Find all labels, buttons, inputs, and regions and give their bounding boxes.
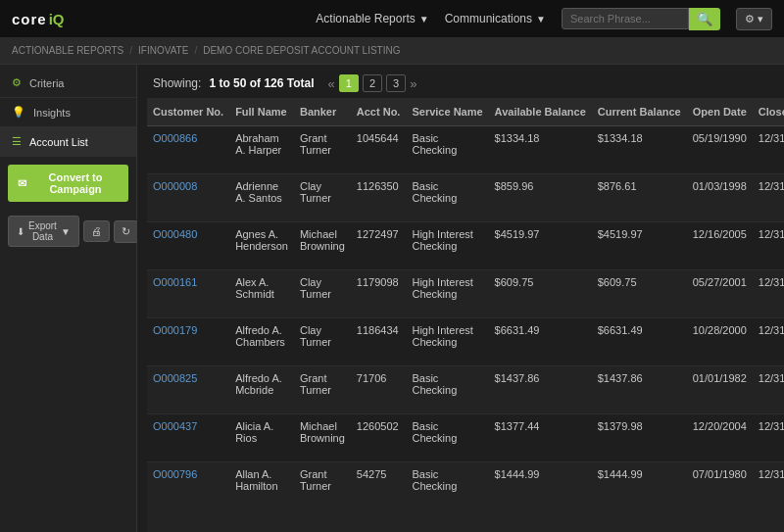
cell-acct-no: 1186434 [351, 318, 407, 366]
prev-page-button[interactable]: « [328, 76, 335, 91]
sidebar: ⚙ Criteria 💡 Insights ☰ Account List ✉ C… [0, 65, 137, 532]
export-data-button[interactable]: ⬇ Export Data ▼ [8, 216, 79, 247]
actionable-reports-nav[interactable]: Actionable Reports ▼ [316, 12, 428, 25]
cell-full-name: Alfredo A. Chambers [229, 318, 294, 366]
cell-avail-balance: $1444.99 [489, 462, 592, 533]
cell-curr-balance: $1379.98 [592, 414, 687, 462]
col-acct-no: Acct No. [351, 98, 407, 126]
cell-acct-no: 71706 [351, 366, 407, 414]
customer-link[interactable]: O000825 [153, 372, 197, 384]
cell-full-name: Alex A. Schmidt [229, 270, 294, 318]
sidebar-item-account-list[interactable]: ☰ Account List [0, 127, 136, 157]
cell-close-date: 12/31/9999 [753, 270, 784, 318]
search-input[interactable] [562, 8, 689, 29]
content-area: Showing: 1 to 50 of 126 Total « 1 2 3 » … [137, 65, 784, 532]
cell-banker: Michael Browning [294, 414, 351, 462]
cell-customer-no: O000179 [147, 318, 229, 366]
cell-curr-balance: $609.75 [592, 270, 687, 318]
col-curr-balance: Current Balance [592, 98, 687, 126]
account-table: Customer No. Full Name Banker Acct No. S… [147, 98, 784, 532]
mail-icon: ✉ [18, 177, 26, 190]
customer-link[interactable]: O000480 [153, 228, 197, 240]
table-header: Customer No. Full Name Banker Acct No. S… [147, 98, 784, 126]
cell-open-date: 01/01/1982 [687, 366, 753, 414]
convert-campaign-button[interactable]: ✉ Convert to Campaign [8, 165, 128, 202]
breadcrumb-reports[interactable]: ACTIONABLE REPORTS [12, 45, 123, 56]
table-row: O000866Abraham A. HarperGrant Turner1045… [147, 126, 784, 174]
breadcrumb: ACTIONABLE REPORTS / IFINOVATE / DEMO CO… [0, 37, 784, 65]
cell-open-date: 05/19/1990 [687, 126, 753, 174]
cell-banker: Clay Turner [294, 174, 351, 222]
cell-avail-balance: $4519.97 [489, 222, 592, 270]
cell-full-name: Agnes A. Henderson [229, 222, 294, 270]
cell-full-name: Alicia A. Rios [229, 414, 294, 462]
customer-link[interactable]: O000161 [153, 276, 197, 288]
main-layout: ⚙ Criteria 💡 Insights ☰ Account List ✉ C… [0, 65, 784, 532]
cell-close-date: 12/31/9999 [753, 414, 784, 462]
cell-service-name: Basic Checking [406, 366, 488, 414]
cell-service-name: High Interest Checking [406, 270, 488, 318]
customer-link[interactable]: O000008 [153, 180, 197, 192]
page-3-button[interactable]: 3 [386, 74, 406, 92]
col-avail-balance: Available Balance [489, 98, 592, 126]
search-button[interactable]: 🔍 [689, 8, 720, 30]
cell-curr-balance: $6631.49 [592, 318, 687, 366]
customer-link[interactable]: O000437 [153, 420, 197, 432]
table-row: O000825Alfredo A. McbrideGrant Turner717… [147, 366, 784, 414]
logo: core iQ [12, 11, 65, 27]
cell-customer-no: O000437 [147, 414, 229, 462]
breadcrumb-current: DEMO CORE DEPOSIT ACCOUNT LISTING [203, 45, 400, 56]
cell-open-date: 12/20/2004 [687, 414, 753, 462]
pagination: « 1 2 3 » [328, 74, 417, 92]
cell-customer-no: O000866 [147, 126, 229, 174]
account-table-wrapper: Customer No. Full Name Banker Acct No. S… [137, 98, 784, 532]
col-full-name: Full Name [229, 98, 294, 126]
cell-banker: Grant Turner [294, 366, 351, 414]
sidebar-item-criteria[interactable]: ⚙ Criteria [0, 69, 136, 98]
page-2-button[interactable]: 2 [363, 74, 382, 92]
cell-close-date: 12/31/9999 [753, 462, 784, 533]
next-page-button[interactable]: » [410, 76, 416, 91]
refresh-button[interactable]: ↻ [114, 220, 138, 243]
cell-open-date: 12/16/2005 [687, 222, 753, 270]
sidebar-item-insights[interactable]: 💡 Insights [0, 98, 136, 127]
cell-full-name: Abraham A. Harper [229, 126, 294, 174]
breadcrumb-ifinovate[interactable]: IFINOVATE [138, 45, 188, 56]
col-banker: Banker [294, 98, 351, 126]
cell-curr-balance: $1334.18 [592, 126, 687, 174]
col-open-date: Open Date [687, 98, 753, 126]
page-1-button[interactable]: 1 [339, 74, 359, 92]
cell-banker: Clay Turner [294, 270, 351, 318]
col-service-name: Service Name [406, 98, 488, 126]
comms-dropdown-arrow: ▼ [536, 14, 546, 24]
customer-link[interactable]: O000179 [153, 324, 197, 336]
cell-curr-balance: $1437.86 [592, 366, 687, 414]
col-customer-no: Customer No. [147, 98, 229, 126]
communications-nav[interactable]: Communications ▼ [445, 12, 546, 25]
top-navigation: core iQ Actionable Reports ▼ Communicati… [0, 0, 784, 37]
cell-acct-no: 54275 [351, 462, 407, 533]
table-row: O000161Alex A. SchmidtClay Turner1179098… [147, 270, 784, 318]
cell-close-date: 12/31/9999 [753, 126, 784, 174]
cell-acct-no: 1179098 [351, 270, 407, 318]
cell-avail-balance: $609.75 [489, 270, 592, 318]
table-row: O000179Alfredo A. ChambersClay Turner118… [147, 318, 784, 366]
print-button[interactable]: 🖨 [83, 220, 110, 242]
cell-open-date: 10/28/2000 [687, 318, 753, 366]
cell-curr-balance: $876.61 [592, 174, 687, 222]
cell-full-name: Alfredo A. Mcbride [229, 366, 294, 414]
customer-link[interactable]: O000866 [153, 132, 197, 144]
col-close-date: Close Date [753, 98, 784, 126]
cell-avail-balance: $1437.86 [489, 366, 592, 414]
export-row: ⬇ Export Data ▼ 🖨 ↻ [0, 210, 136, 253]
cell-close-date: 12/31/9999 [753, 222, 784, 270]
settings-button[interactable]: ⚙ ▾ [736, 8, 772, 30]
cell-close-date: 12/31/9999 [753, 174, 784, 222]
list-icon: ☰ [12, 135, 22, 148]
customer-link[interactable]: O000796 [153, 468, 197, 480]
cell-close-date: 12/31/9999 [753, 318, 784, 366]
cell-banker: Michael Browning [294, 222, 351, 270]
cell-customer-no: O000480 [147, 222, 229, 270]
cell-banker: Clay Turner [294, 318, 351, 366]
cell-avail-balance: $859.96 [489, 174, 592, 222]
